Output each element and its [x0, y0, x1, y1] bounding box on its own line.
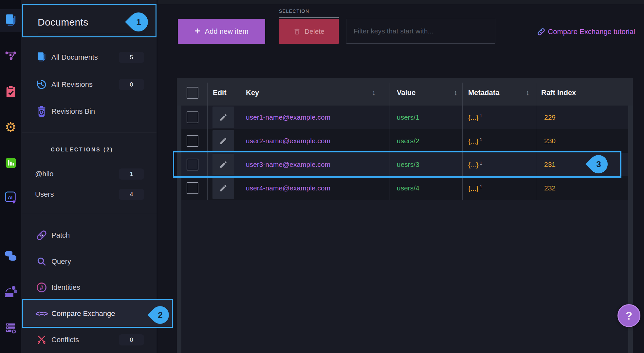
documents-sidebar: Documents All Documents 5 All Revisions …	[21, 0, 157, 353]
column-divider	[240, 83, 240, 200]
column-header-edit: Edit	[213, 78, 227, 106]
column-divider	[462, 83, 463, 200]
sidebar-item-label: Query	[51, 257, 71, 266]
sidebar-separator	[22, 132, 156, 132]
storage-icon[interactable]	[0, 284, 21, 299]
sidebar-item-label: All Revisions	[51, 80, 93, 89]
sidebar-item-all-revisions[interactable]: All Revisions 0	[21, 73, 157, 96]
ravendb-studio-screen: ⚙ AI Documents All Documents 5	[0, 0, 644, 353]
sidebar-title: Documents	[38, 17, 88, 28]
sidebar-item-query[interactable]: Query	[21, 250, 157, 273]
svg-text:#: #	[40, 284, 44, 291]
query-magnifier-icon	[35, 257, 48, 266]
grid-header-row: Edit Key ↕ Value ↕ Metadata ↕ Raft Index	[177, 78, 633, 106]
identities-hash-icon: #	[35, 282, 48, 293]
sidebar-item-patch[interactable]: Patch	[21, 224, 157, 247]
title-underline	[38, 34, 145, 34]
sort-icon-value[interactable]: ↕	[454, 78, 457, 106]
column-header-key: Key	[246, 78, 259, 106]
selection-underline	[279, 17, 339, 18]
row-checkbox[interactable]	[187, 182, 198, 194]
stats-icon[interactable]	[0, 156, 21, 170]
collection-label: @hilo	[35, 170, 54, 178]
count-badge: 0	[119, 334, 144, 345]
edit-row-button[interactable]	[212, 107, 234, 128]
sidebar-item-label: Conflicts	[51, 336, 79, 344]
sidebar-collection-hilo[interactable]: @hilo 1	[21, 163, 157, 186]
cell-metadata: {...}1	[468, 184, 482, 192]
history-icon	[35, 79, 48, 90]
sort-icon-key[interactable]: ↕	[372, 78, 376, 106]
compare-exchange-tutorial-link[interactable]: Compare Exchange tutorial	[537, 26, 635, 37]
compare-exchange-icon: <=>	[35, 309, 48, 318]
row-checkbox[interactable]	[187, 135, 198, 147]
help-button[interactable]: ?	[617, 304, 640, 327]
cell-raft-index: 232	[544, 184, 556, 192]
annotation-box-row3	[173, 151, 621, 178]
server-settings-icon[interactable]	[0, 321, 21, 335]
cell-value: users/1	[397, 113, 419, 121]
column-divider	[390, 83, 390, 200]
filter-keys-input[interactable]	[346, 19, 495, 44]
delete-button-label: Delete	[304, 28, 324, 35]
sidebar-collection-users[interactable]: Users 4	[21, 183, 157, 206]
tasks-clipboard-icon[interactable]	[0, 85, 21, 99]
column-header-metadata: Metadata	[468, 78, 499, 106]
databases-icon[interactable]	[0, 249, 21, 264]
sidebar-item-label: Identities	[51, 283, 80, 292]
collections-header: COLLECTIONS (2)	[51, 147, 113, 153]
sidebar-item-conflicts[interactable]: Conflicts 0	[21, 328, 157, 351]
sidebar-item-identities[interactable]: # Identities	[21, 276, 157, 299]
sidebar-item-label: Revisions Bin	[51, 107, 95, 116]
selection-section-label: SELECTION	[279, 9, 309, 14]
edit-row-button[interactable]	[212, 130, 234, 152]
table-row: user1-name@example.com users/1 {...}1 22…	[181, 106, 628, 129]
graph-funnel-icon[interactable]	[0, 49, 21, 64]
delete-button[interactable]: Delete	[279, 19, 339, 44]
sort-icon-metadata[interactable]: ↕	[526, 78, 529, 106]
edit-row-button[interactable]	[212, 177, 234, 199]
sidebar-item-all-documents[interactable]: All Documents 5	[21, 46, 157, 69]
patch-bandaid-icon	[35, 229, 48, 241]
plus-icon: +	[194, 25, 200, 36]
conflicts-swords-icon	[35, 335, 48, 345]
count-badge: 4	[119, 189, 144, 200]
help-button-label: ?	[626, 309, 633, 322]
collection-label: Users	[35, 190, 54, 199]
add-button-label: Add new item	[205, 27, 248, 36]
table-row: user4-name@example.com users/4 {...}1 23…	[181, 176, 628, 200]
cell-raft-index: 229	[544, 113, 556, 121]
trash-history-icon	[35, 106, 48, 117]
cell-key: user1-name@example.com	[246, 113, 330, 121]
sidebar-item-compare-exchange[interactable]: <=> Compare Exchange	[21, 302, 157, 325]
cell-value: users/4	[397, 184, 419, 192]
row-checkbox[interactable]	[187, 111, 198, 123]
cell-metadata: {...}1	[468, 137, 482, 145]
documents-stack-icon	[35, 52, 48, 63]
trash-icon	[293, 28, 301, 35]
sidebar-item-label: Compare Exchange	[51, 309, 115, 318]
select-all-checkbox[interactable]	[187, 87, 198, 99]
tutorial-link-label: Compare Exchange tutorial	[548, 28, 635, 36]
column-header-value: Value	[397, 78, 415, 106]
compare-exchange-grid: Edit Key ↕ Value ↕ Metadata ↕ Raft Index…	[177, 78, 633, 353]
count-badge: 0	[119, 79, 144, 90]
column-divider	[536, 83, 536, 200]
sidebar-item-label: Patch	[51, 231, 70, 240]
sidebar-item-revisions-bin[interactable]: Revisions Bin	[21, 100, 157, 123]
grid-left-scroll-gutter[interactable]	[177, 106, 181, 353]
column-header-raft-index: Raft Index	[541, 78, 576, 106]
column-divider	[207, 83, 208, 200]
cell-metadata: {...}1	[468, 113, 482, 122]
cell-key: user2-name@example.com	[246, 137, 330, 145]
ai-icon[interactable]: AI	[0, 190, 21, 205]
cell-raft-index: 230	[544, 137, 556, 145]
table-row: user2-name@example.com users/2 {...}1 23…	[181, 129, 628, 153]
add-new-item-button[interactable]: + Add new item	[178, 19, 265, 44]
settings-gear-icon[interactable]: ⚙	[0, 120, 21, 134]
cell-value: users/2	[397, 137, 419, 145]
cell-key: user4-name@example.com	[246, 184, 330, 192]
documents-icon[interactable]	[0, 13, 21, 28]
link-chain-icon	[537, 27, 546, 36]
sidebar-separator	[22, 214, 156, 214]
